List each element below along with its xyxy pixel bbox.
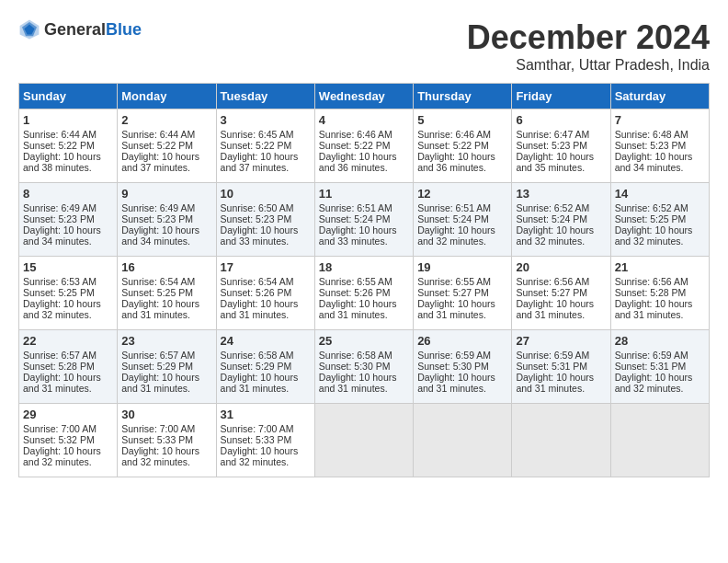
- daylight-minutes: and 31 minutes.: [417, 309, 486, 320]
- sunrise-label: Sunrise: 6:46 AM: [319, 129, 392, 140]
- sunset-label: Sunset: 5:24 PM: [417, 213, 489, 224]
- day-number: 7: [615, 113, 705, 127]
- sunset-label: Sunset: 5:24 PM: [516, 213, 587, 224]
- sunrise-label: Sunrise: 6:52 AM: [516, 202, 589, 213]
- daylight-minutes: and 37 minutes.: [221, 162, 290, 173]
- daylight-minutes: and 31 minutes.: [221, 383, 290, 394]
- sunset-label: Sunset: 5:30 PM: [417, 361, 489, 372]
- logo-icon: [18, 18, 40, 40]
- calendar-table: Sunday Monday Tuesday Wednesday Thursday…: [18, 83, 710, 477]
- daylight-minutes: and 31 minutes.: [121, 383, 190, 394]
- day-number: 26: [417, 334, 507, 348]
- sunrise-label: Sunrise: 6:46 AM: [417, 129, 491, 140]
- daylight-minutes: and 31 minutes.: [615, 309, 684, 320]
- calendar-day-9: 9Sunrise: 6:49 AMSunset: 5:23 PMDaylight…: [118, 183, 216, 257]
- daylight-minutes: and 32 minutes.: [221, 456, 290, 467]
- sunrise-label: Sunrise: 6:49 AM: [23, 202, 97, 213]
- day-number: 27: [516, 334, 606, 348]
- daylight-minutes: and 31 minutes.: [516, 383, 585, 394]
- calendar-day-25: 25Sunrise: 6:58 AMSunset: 5:30 PMDayligh…: [314, 330, 413, 404]
- sunrise-label: Sunrise: 7:00 AM: [23, 423, 97, 434]
- sunrise-label: Sunrise: 6:51 AM: [417, 202, 491, 213]
- page-header: GeneralBlue December 2024 Samthar, Uttar…: [18, 18, 710, 74]
- logo-general: General: [44, 20, 106, 39]
- sunset-label: Sunset: 5:33 PM: [221, 434, 292, 445]
- day-number: 25: [319, 334, 409, 348]
- daylight-label: Daylight: 10 hours: [121, 372, 199, 383]
- day-number: 10: [221, 187, 311, 201]
- calendar-day-27: 27Sunrise: 6:59 AMSunset: 5:31 PMDayligh…: [512, 330, 610, 404]
- daylight-minutes: and 32 minutes.: [615, 236, 684, 247]
- daylight-label: Daylight: 10 hours: [23, 372, 101, 383]
- daylight-minutes: and 32 minutes.: [121, 456, 190, 467]
- sunset-label: Sunset: 5:23 PM: [121, 213, 193, 224]
- calendar-day-2: 2Sunrise: 6:44 AMSunset: 5:22 PMDaylight…: [118, 109, 216, 183]
- daylight-label: Daylight: 10 hours: [23, 445, 101, 456]
- daylight-minutes: and 37 minutes.: [121, 162, 190, 173]
- daylight-minutes: and 36 minutes.: [319, 162, 388, 173]
- sunrise-label: Sunrise: 6:44 AM: [23, 129, 97, 140]
- day-number: 22: [23, 334, 113, 348]
- sunset-label: Sunset: 5:23 PM: [23, 213, 95, 224]
- sunset-label: Sunset: 5:33 PM: [121, 434, 193, 445]
- sunset-label: Sunset: 5:25 PM: [23, 287, 95, 298]
- day-number: 19: [417, 260, 507, 274]
- calendar-day-15: 15Sunrise: 6:53 AMSunset: 5:25 PMDayligh…: [19, 257, 118, 330]
- sunrise-label: Sunrise: 6:55 AM: [417, 276, 491, 287]
- calendar-day-13: 13Sunrise: 6:52 AMSunset: 5:24 PMDayligh…: [512, 183, 610, 257]
- daylight-label: Daylight: 10 hours: [23, 151, 101, 162]
- day-number: 30: [121, 408, 211, 421]
- sunrise-label: Sunrise: 6:57 AM: [23, 350, 97, 361]
- calendar-day-28: 28Sunrise: 6:59 AMSunset: 5:31 PMDayligh…: [610, 330, 709, 404]
- header-row: Sunday Monday Tuesday Wednesday Thursday…: [19, 84, 710, 109]
- calendar-day-29: 29Sunrise: 7:00 AMSunset: 5:32 PMDayligh…: [19, 404, 118, 477]
- empty-cell: [512, 404, 610, 477]
- sunset-label: Sunset: 5:29 PM: [121, 361, 193, 372]
- day-number: 12: [417, 187, 507, 201]
- day-number: 15: [23, 260, 113, 274]
- daylight-label: Daylight: 10 hours: [23, 298, 101, 309]
- daylight-label: Daylight: 10 hours: [615, 224, 693, 236]
- day-number: 14: [615, 187, 705, 201]
- day-number: 13: [516, 187, 606, 201]
- sunrise-label: Sunrise: 6:45 AM: [221, 129, 294, 140]
- day-number: 23: [121, 334, 211, 348]
- calendar-day-19: 19Sunrise: 6:55 AMSunset: 5:27 PMDayligh…: [414, 257, 512, 330]
- daylight-label: Daylight: 10 hours: [417, 151, 495, 162]
- daylight-label: Daylight: 10 hours: [417, 372, 495, 383]
- calendar-day-26: 26Sunrise: 6:59 AMSunset: 5:30 PMDayligh…: [414, 330, 512, 404]
- day-number: 21: [615, 260, 705, 274]
- calendar-day-16: 16Sunrise: 6:54 AMSunset: 5:25 PMDayligh…: [118, 257, 216, 330]
- sunset-label: Sunset: 5:27 PM: [516, 287, 587, 298]
- daylight-label: Daylight: 10 hours: [615, 298, 693, 309]
- sunrise-label: Sunrise: 6:47 AM: [516, 129, 589, 140]
- sunset-label: Sunset: 5:26 PM: [221, 287, 292, 298]
- daylight-minutes: and 32 minutes.: [417, 236, 486, 247]
- day-number: 18: [319, 260, 409, 274]
- daylight-minutes: and 31 minutes.: [319, 309, 388, 320]
- day-number: 17: [221, 260, 311, 274]
- calendar-day-7: 7Sunrise: 6:48 AMSunset: 5:23 PMDaylight…: [610, 109, 709, 183]
- header-saturday: Saturday: [610, 84, 709, 109]
- day-number: 4: [319, 113, 409, 127]
- sunset-label: Sunset: 5:24 PM: [319, 213, 391, 224]
- daylight-label: Daylight: 10 hours: [121, 445, 199, 456]
- daylight-minutes: and 31 minutes.: [319, 383, 388, 394]
- calendar-day-23: 23Sunrise: 6:57 AMSunset: 5:29 PMDayligh…: [118, 330, 216, 404]
- header-monday: Monday: [118, 84, 216, 109]
- daylight-label: Daylight: 10 hours: [221, 372, 299, 383]
- sunset-label: Sunset: 5:26 PM: [319, 287, 391, 298]
- calendar-day-14: 14Sunrise: 6:52 AMSunset: 5:25 PMDayligh…: [610, 183, 709, 257]
- header-thursday: Thursday: [414, 84, 512, 109]
- header-wednesday: Wednesday: [314, 84, 413, 109]
- daylight-minutes: and 36 minutes.: [417, 162, 486, 173]
- sunset-label: Sunset: 5:23 PM: [615, 140, 687, 151]
- sunrise-label: Sunrise: 6:58 AM: [221, 350, 294, 361]
- sunrise-label: Sunrise: 6:54 AM: [221, 276, 294, 287]
- empty-cell: [414, 404, 512, 477]
- day-number: 5: [417, 113, 507, 127]
- sunrise-label: Sunrise: 7:00 AM: [121, 423, 195, 434]
- logo: GeneralBlue: [18, 18, 142, 40]
- daylight-minutes: and 33 minutes.: [319, 236, 388, 247]
- daylight-minutes: and 33 minutes.: [221, 236, 290, 247]
